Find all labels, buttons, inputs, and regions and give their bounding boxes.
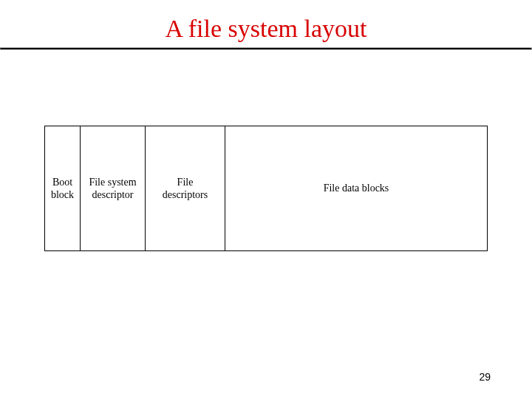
filesystem-layout-diagram: Bootblock File systemdescriptor Filedesc… <box>44 126 488 251</box>
cell-boot-block: Bootblock <box>45 126 81 250</box>
cell-file-data-blocks: File data blocks <box>225 126 487 250</box>
cell-boot-block-label: Bootblock <box>51 176 74 202</box>
layout-row: Bootblock File systemdescriptor Filedesc… <box>44 126 488 251</box>
title-underline <box>0 47 532 50</box>
page-number: 29 <box>479 371 491 383</box>
cell-file-descriptors: Filedescriptors <box>146 126 225 250</box>
cell-file-descriptors-label: Filedescriptors <box>163 176 208 202</box>
cell-file-data-blocks-label: File data blocks <box>324 182 389 195</box>
cell-fs-descriptor-label: File systemdescriptor <box>89 176 136 202</box>
slide-title: A file system layout <box>0 15 532 43</box>
cell-fs-descriptor: File systemdescriptor <box>81 126 146 250</box>
